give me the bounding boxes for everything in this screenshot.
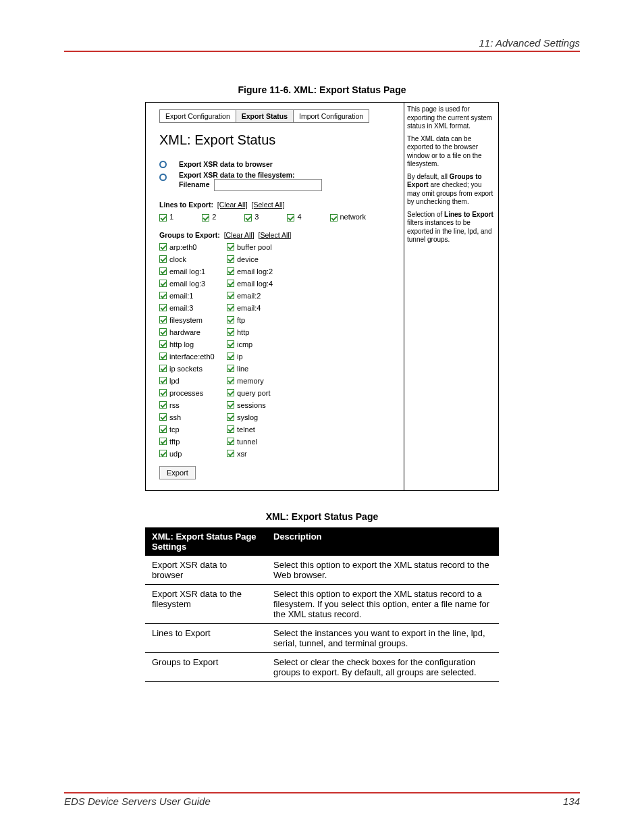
group-checkbox[interactable]: ip sockets [159, 365, 227, 373]
group-checkbox[interactable]: rss [159, 401, 227, 409]
radio-icon[interactable] [159, 161, 167, 168]
group-checkbox[interactable]: udp [159, 450, 227, 458]
checkbox-icon[interactable] [227, 365, 234, 372]
checkbox-icon[interactable] [159, 438, 167, 445]
group-checkbox[interactable]: tunnel [227, 438, 294, 446]
radio-export-browser-row[interactable]: Export XSR data to browser [159, 160, 396, 168]
lines-select-all-link[interactable]: [Select All] [252, 201, 285, 209]
tab-import-configuration[interactable]: Import Configuration [293, 109, 369, 123]
checkbox-icon[interactable] [159, 365, 167, 372]
group-label: tunnel [237, 438, 257, 446]
group-checkbox[interactable]: tftp [159, 438, 227, 446]
checkbox-icon[interactable] [227, 340, 234, 348]
checkbox-icon[interactable] [159, 425, 167, 433]
group-checkbox[interactable]: clock [159, 255, 227, 263]
line-checkbox[interactable]: 3 [244, 213, 259, 221]
checkbox-icon[interactable] [227, 353, 234, 360]
checkbox-icon[interactable] [227, 377, 234, 384]
group-checkbox[interactable]: sessions [227, 401, 294, 409]
group-checkbox[interactable]: line [227, 365, 294, 373]
checkbox-icon[interactable] [159, 255, 167, 263]
group-checkbox[interactable]: email log:3 [159, 280, 227, 288]
checkbox-icon[interactable] [159, 328, 167, 336]
group-checkbox[interactable]: icmp [227, 340, 294, 348]
checkbox-icon[interactable] [159, 304, 167, 311]
tab-export-configuration[interactable]: Export Configuration [159, 109, 236, 123]
group-checkbox[interactable]: memory [227, 377, 294, 385]
group-checkbox[interactable]: email:4 [227, 304, 294, 312]
checkbox-icon[interactable] [227, 413, 234, 421]
group-checkbox[interactable]: email log:4 [227, 280, 294, 288]
checkbox-icon[interactable] [227, 328, 234, 336]
checkbox-icon[interactable] [159, 353, 167, 360]
group-checkbox[interactable]: ftp [227, 316, 294, 324]
checkbox-icon[interactable] [159, 413, 167, 421]
screenshot-panel: Export Configuration Export Status Impor… [145, 102, 499, 491]
checkbox-icon[interactable] [227, 389, 234, 396]
group-checkbox[interactable]: interface:eth0 [159, 353, 227, 361]
checkbox-icon[interactable] [227, 304, 234, 311]
group-checkbox[interactable]: ip [227, 353, 294, 361]
checkbox-icon[interactable] [227, 280, 234, 287]
group-checkbox[interactable]: http log [159, 340, 227, 348]
table-row: Export XSR data to the filesystem Select… [145, 584, 499, 623]
checkbox-icon[interactable] [330, 214, 338, 221]
checkbox-icon[interactable] [227, 292, 234, 299]
checkbox-icon[interactable] [227, 243, 234, 251]
checkbox-icon[interactable] [159, 450, 167, 457]
groups-select-all-link[interactable]: [Select All] [258, 231, 291, 239]
group-label: icmp [237, 340, 252, 348]
radio-export-fs-row[interactable]: Export XSR data to the filesystem: Filen… [159, 171, 396, 191]
group-checkbox[interactable]: email:1 [159, 292, 227, 300]
group-checkbox[interactable]: lpd [159, 377, 227, 385]
line-checkbox[interactable]: 4 [287, 213, 301, 221]
checkbox-icon[interactable] [159, 214, 167, 221]
checkbox-icon[interactable] [227, 401, 234, 409]
line-checkbox[interactable]: network [330, 213, 367, 221]
line-checkbox[interactable]: 2 [202, 213, 216, 221]
group-checkbox[interactable]: processes [159, 389, 227, 397]
checkbox-icon[interactable] [159, 316, 167, 323]
group-checkbox[interactable]: filesystem [159, 316, 227, 324]
checkbox-icon[interactable] [159, 267, 167, 275]
checkbox-icon[interactable] [202, 214, 209, 221]
checkbox-icon[interactable] [227, 438, 234, 445]
group-checkbox[interactable]: arp:eth0 [159, 243, 227, 251]
checkbox-icon[interactable] [159, 340, 167, 348]
checkbox-icon[interactable] [159, 389, 167, 396]
group-checkbox[interactable]: hardware [159, 328, 227, 336]
checkbox-icon[interactable] [287, 214, 294, 221]
group-checkbox[interactable]: device [227, 255, 294, 263]
checkbox-icon[interactable] [159, 292, 167, 299]
filename-input[interactable] [214, 179, 322, 191]
group-checkbox[interactable]: query port [227, 389, 294, 397]
line-checkbox[interactable]: 1 [159, 213, 173, 221]
export-button[interactable]: Export [159, 466, 196, 479]
lines-clear-all-link[interactable]: [Clear All] [217, 201, 248, 209]
group-label: rss [169, 401, 180, 409]
group-checkbox[interactable]: http [227, 328, 294, 336]
group-checkbox[interactable]: syslog [227, 413, 294, 421]
group-checkbox[interactable]: email:2 [227, 292, 294, 300]
checkbox-icon[interactable] [244, 214, 252, 221]
checkbox-icon[interactable] [227, 255, 234, 263]
group-checkbox[interactable]: tcp [159, 425, 227, 434]
checkbox-icon[interactable] [159, 377, 167, 384]
group-checkbox[interactable]: telnet [227, 425, 294, 434]
radio-icon[interactable] [159, 174, 167, 181]
group-checkbox[interactable]: email log:1 [159, 267, 227, 276]
checkbox-icon[interactable] [159, 280, 167, 287]
group-checkbox[interactable]: ssh [159, 413, 227, 421]
checkbox-icon[interactable] [227, 316, 234, 323]
checkbox-icon[interactable] [159, 401, 167, 409]
group-checkbox[interactable]: buffer pool [227, 243, 294, 251]
group-checkbox[interactable]: xsr [227, 450, 294, 458]
checkbox-icon[interactable] [227, 425, 234, 433]
tab-export-status[interactable]: Export Status [236, 109, 294, 123]
checkbox-icon[interactable] [227, 450, 234, 457]
group-checkbox[interactable]: email log:2 [227, 267, 294, 276]
groups-clear-all-link[interactable]: [Clear All] [224, 231, 254, 239]
group-checkbox[interactable]: email:3 [159, 304, 227, 312]
checkbox-icon[interactable] [159, 243, 167, 251]
checkbox-icon[interactable] [227, 267, 234, 275]
